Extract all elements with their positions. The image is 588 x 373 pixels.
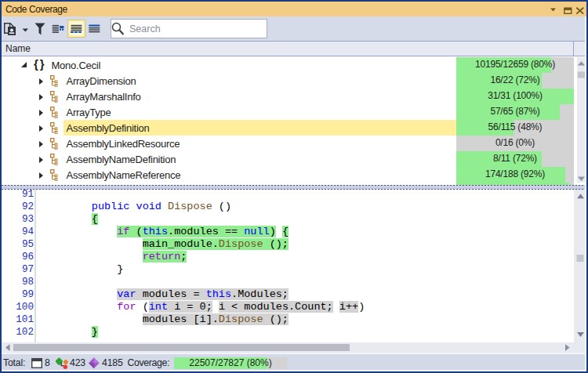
svg-text:Search: Search — [129, 24, 161, 34]
